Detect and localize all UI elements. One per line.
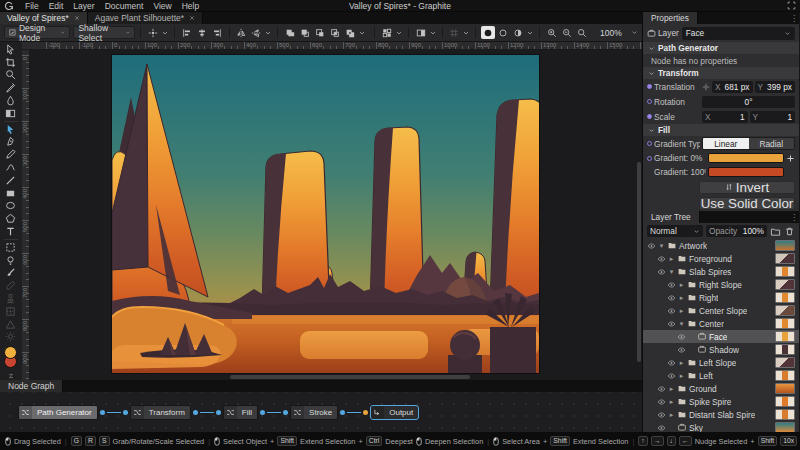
close-icon[interactable]	[189, 15, 195, 21]
layer-row-center-slope[interactable]: ▸ Center Slope	[643, 304, 799, 317]
pen-tool[interactable]	[2, 136, 20, 149]
dropdown-chevron[interactable]	[395, 26, 403, 39]
layer-row-artwork[interactable]: ▾ Artwork	[643, 239, 799, 252]
clone-tool[interactable]	[2, 292, 20, 305]
use-solid-color-button[interactable]: Use Solid Color	[699, 197, 795, 210]
heal-tool[interactable]	[2, 279, 20, 292]
fullscreen-icon[interactable]	[787, 1, 796, 10]
dropdown-chevron[interactable]	[161, 26, 169, 39]
swap-colors-button[interactable]	[1, 372, 21, 380]
navigate-tool[interactable]	[2, 69, 20, 82]
eye-icon[interactable]	[667, 281, 676, 289]
layer-row-sky[interactable]: Sky	[643, 421, 799, 432]
invert-button[interactable]: Invert	[699, 181, 795, 194]
node-fill[interactable]: Fill	[223, 405, 258, 420]
fill-outline-button[interactable]	[496, 26, 510, 39]
tab-node-graph[interactable]: Node Graph	[0, 380, 63, 392]
boolean-subtract-back-button[interactable]	[313, 26, 327, 39]
rotation-input[interactable]: 0°	[702, 96, 795, 108]
eyedropper-tool[interactable]	[2, 81, 20, 94]
eye-icon[interactable]	[657, 424, 666, 432]
ellipse-tool[interactable]	[2, 200, 20, 213]
layer-row-shadow[interactable]: Shadow	[643, 343, 799, 356]
eye-icon[interactable]	[667, 320, 676, 328]
menu-document[interactable]: Document	[100, 1, 149, 11]
node-transform[interactable]: Transform	[130, 405, 191, 420]
spline-tool[interactable]	[2, 161, 20, 174]
chevron-down-button[interactable]	[358, 26, 366, 39]
expand-arrow-icon[interactable]: ▸	[668, 385, 675, 393]
eye-icon[interactable]	[657, 411, 666, 419]
collapse-arrow-icon[interactable]: ▾	[668, 268, 675, 276]
chevron-down-button[interactable]	[264, 26, 272, 39]
line-tool[interactable]	[2, 174, 20, 187]
translation-x-input[interactable]: X681 px	[712, 81, 753, 93]
expand-arrow-icon[interactable]: ▸	[668, 255, 675, 263]
eye-icon[interactable]	[657, 385, 666, 393]
path-tool[interactable]	[2, 123, 20, 136]
chevron-down-button[interactable]	[526, 26, 534, 39]
grid-overlay-button[interactable]	[447, 26, 461, 39]
eye-icon[interactable]	[667, 359, 676, 367]
layer-row-left[interactable]: ▸ Left	[643, 369, 799, 382]
layer-row-foreground[interactable]: ▸ Foreground	[643, 252, 799, 265]
new-folder-button[interactable]	[770, 226, 781, 237]
layer-row-right-slope[interactable]: ▸ Right Slope	[643, 278, 799, 291]
zoom-dropdown[interactable]	[631, 26, 638, 39]
collapse-arrow-icon[interactable]: ▾	[658, 242, 665, 250]
shape-tool[interactable]	[2, 212, 20, 225]
delete-layer-button[interactable]	[784, 226, 795, 237]
scale-x-input[interactable]: X1	[702, 111, 748, 123]
layer-row-face[interactable]: Face	[643, 330, 799, 343]
layer-row-center[interactable]: ▾ Center	[643, 317, 799, 330]
zoom-out-button[interactable]	[560, 26, 574, 39]
eye-icon[interactable]	[657, 398, 666, 406]
vertical-scrollbar[interactable]	[636, 50, 641, 374]
crop-tool[interactable]	[2, 56, 20, 69]
zoom-in-button[interactable]	[545, 26, 559, 39]
flip-vertical-button[interactable]	[249, 26, 263, 39]
artboard-tool[interactable]	[2, 241, 20, 254]
patch-tool[interactable]	[2, 305, 20, 318]
zoom-reset-button[interactable]	[575, 26, 589, 39]
horizontal-scrollbar-thumb[interactable]	[230, 375, 470, 379]
add-gradient-stop-icon[interactable]	[786, 154, 795, 163]
align-left-button[interactable]	[180, 26, 194, 39]
section-fill[interactable]: Fill	[643, 124, 799, 136]
boolean-intersect-button[interactable]	[328, 26, 342, 39]
menu-layer[interactable]: Layer	[68, 1, 99, 11]
eye-icon[interactable]	[657, 255, 666, 263]
boolean-subtract-front-button[interactable]	[298, 26, 312, 39]
menu-edit[interactable]: Edit	[44, 1, 69, 11]
section-path-generator[interactable]: Path Generator	[643, 42, 799, 54]
vertical-scrollbar-thumb[interactable]	[637, 162, 641, 362]
gradient-stop0-swatch[interactable]	[708, 153, 784, 163]
menu-help[interactable]: Help	[177, 1, 204, 11]
text-tool[interactable]	[2, 225, 20, 238]
gradient-linear-option[interactable]: Linear	[703, 138, 749, 149]
layer-row-slab-spires[interactable]: ▾ Slab Spires	[643, 265, 799, 278]
boolean-difference-button[interactable]	[343, 26, 357, 39]
section-transform[interactable]: Transform	[643, 67, 799, 79]
eye-icon[interactable]	[667, 294, 676, 302]
exposed-input-dot[interactable]	[647, 114, 652, 119]
zoom-level[interactable]: 100%	[594, 28, 628, 38]
exposed-input-dot[interactable]	[647, 84, 652, 89]
layer-row-right[interactable]: ▸ Right	[643, 291, 799, 304]
exposed-input-dot[interactable]	[647, 141, 652, 146]
expand-arrow-icon[interactable]: ▸	[668, 398, 675, 406]
expand-arrow-icon[interactable]: ▸	[678, 307, 685, 315]
scale-y-input[interactable]: Y1	[750, 111, 796, 123]
dropdown-chevron[interactable]	[429, 26, 437, 39]
tab-properties[interactable]: Properties	[643, 12, 698, 24]
expand-arrow-icon[interactable]: ▸	[678, 281, 685, 289]
close-icon[interactable]	[74, 15, 80, 21]
expand-arrow-icon[interactable]: ▸	[668, 411, 675, 419]
eye-icon[interactable]	[677, 333, 686, 341]
view-mode-button[interactable]	[380, 26, 394, 39]
node-output[interactable]: Output	[370, 405, 419, 420]
horizontal-scrollbar[interactable]	[30, 374, 636, 379]
node-graph-panel[interactable]: Path Generator Transform Fill Stroke Out…	[0, 392, 642, 432]
expand-arrow-icon[interactable]: ▸	[678, 372, 685, 380]
rectangle-tool[interactable]	[2, 187, 20, 200]
